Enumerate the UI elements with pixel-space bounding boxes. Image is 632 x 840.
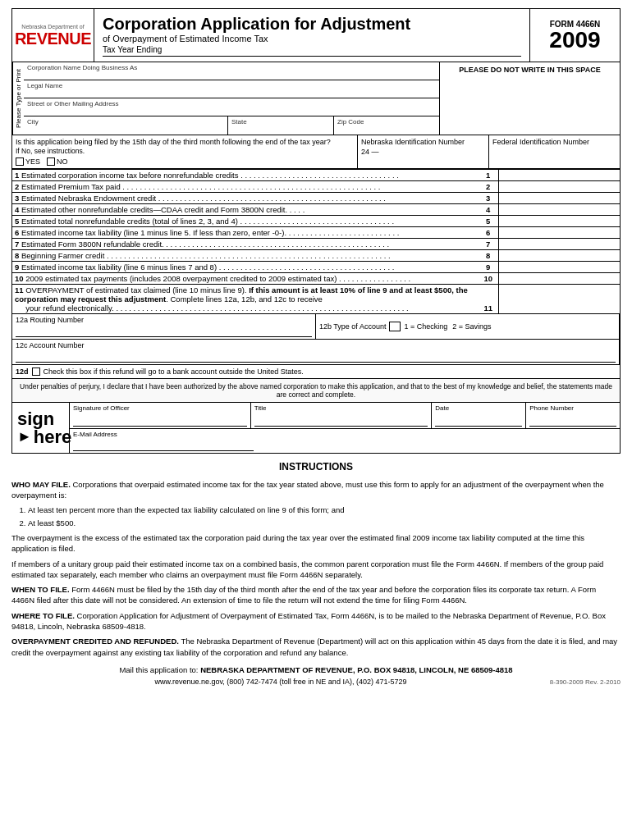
- street-label: Street or Other Mailing Address: [27, 100, 436, 107]
- line12d-row: 12d Check this box if this refund will g…: [11, 365, 621, 379]
- where-label: WHERE TO FILE.: [11, 611, 75, 620]
- phone-field[interactable]: Phone Number: [526, 403, 620, 428]
- yes-checkbox[interactable]: [16, 158, 24, 166]
- form-subtitle: of Overpayment of Estimated Income Tax: [103, 34, 521, 43]
- tax-year-label: Tax Year Ending: [103, 45, 521, 57]
- date-field[interactable]: Date: [432, 403, 526, 428]
- no-checkbox[interactable]: [47, 158, 55, 166]
- line6-num: 6: [479, 227, 499, 239]
- account-number-section: 12c Account Number: [12, 340, 620, 364]
- penalties-text: Under penalties of perjury, I declare th…: [11, 379, 621, 403]
- account-type-options: 1 = Checking 2 = Savings: [404, 322, 491, 331]
- account-type-section: 12b Type of Account 1 = Checking 2 = Sav…: [316, 314, 620, 339]
- lines-table: 1 Estimated corporation income tax befor…: [11, 169, 621, 314]
- line10-amount: [498, 273, 620, 285]
- signature-field[interactable]: Signature of Officer: [70, 403, 251, 428]
- instructions-title: INSTRUCTIONS: [11, 460, 621, 474]
- list-item: At least $500.: [28, 518, 621, 528]
- line10-desc: 10 2009 estimated tax payments (includes…: [12, 273, 479, 285]
- line1-amount: [498, 170, 620, 181]
- table-row: 8 Beginning Farmer credit . . . . . . . …: [12, 250, 621, 262]
- when-text: Form 4466N must be filed by the 15th day…: [11, 585, 596, 605]
- line1-desc: 1 Estimated corporation income tax befor…: [12, 170, 479, 181]
- instructions-section: INSTRUCTIONS WHO MAY FILE. Corporations …: [11, 460, 621, 687]
- who-may-file-label: WHO MAY FILE.: [11, 480, 71, 489]
- revision-text: 8-390-2009 Rev. 2-2010: [550, 678, 621, 687]
- mail-text: Mail this application to:: [119, 665, 200, 674]
- when-label: WHEN TO FILE.: [11, 585, 70, 594]
- line2-num: 2: [479, 181, 499, 193]
- line6-amount: [498, 227, 620, 239]
- line11-amount: [498, 285, 620, 314]
- table-row: 5 Estimated total nonrefundable credits …: [12, 216, 621, 227]
- who-may-file-para: WHO MAY FILE. Corporations that overpaid…: [11, 479, 621, 501]
- federal-id-label: Federal Identification Number: [492, 138, 616, 146]
- line3-num: 3: [479, 193, 499, 204]
- yes-checkbox-item[interactable]: YES: [16, 158, 40, 166]
- routing-input-area[interactable]: [16, 326, 312, 337]
- title-label: Title: [254, 404, 428, 412]
- line4-desc: 4 Estimated other nonrefundable credits—…: [12, 204, 479, 216]
- sign-arrow-icon: ►: [17, 428, 32, 445]
- no-checkbox-item[interactable]: NO: [47, 158, 68, 166]
- who-may-file-list: At least ten percent more than the expec…: [28, 504, 621, 528]
- line9-amount: [498, 262, 620, 273]
- side-print-label: Please Type or Print: [12, 62, 24, 135]
- sign-word: sign: [17, 410, 54, 428]
- who-may-file-text: Corporations that overpaid estimated inc…: [11, 480, 604, 500]
- line7-amount: [498, 239, 620, 250]
- email-input-area[interactable]: [73, 440, 254, 451]
- zip-label: Zip Code: [337, 118, 436, 126]
- sign-section: sign ► here Signature of Officer Title D…: [11, 403, 621, 454]
- if-no-text: If No, see instructions.: [16, 147, 354, 155]
- sign-fields: Signature of Officer Title Date Phone Nu…: [70, 403, 620, 453]
- line10-num: 10: [479, 273, 499, 285]
- form-year: 2009: [549, 29, 600, 52]
- table-row: 7 Estimated Form 3800N refundable credit…: [12, 239, 621, 250]
- table-row: 9 Estimated income tax liability (line 6…: [12, 262, 621, 273]
- line4-num: 4: [479, 204, 499, 216]
- line11-num: 11: [479, 285, 499, 314]
- line3-desc: 3 Estimated Nebraska Endowment credit . …: [12, 193, 479, 204]
- signature-row: Signature of Officer Title Date Phone Nu…: [70, 403, 620, 429]
- line8-num: 8: [479, 250, 499, 262]
- footer-mail: Mail this application to: NEBRASKA DEPAR…: [11, 664, 621, 675]
- savings-label: 2 = Savings: [452, 322, 491, 331]
- date-label: Date: [435, 404, 522, 412]
- account-number-row: 12c Account Number: [11, 340, 621, 365]
- line1-num: 1: [479, 170, 499, 181]
- footer-web: www.revenue.ne.gov, (800) 742-7474 (toll…: [11, 677, 621, 687]
- city-field: City: [24, 116, 228, 135]
- checking-label: 1 = Checking: [404, 322, 447, 331]
- do-not-write-section: PLEASE DO NOT WRITE IN THIS SPACE: [439, 62, 620, 135]
- line8-amount: [498, 250, 620, 262]
- line5-desc: 5 Estimated total nonrefundable credits …: [12, 216, 479, 227]
- line11-cont: your refund electronically. . . . . . . …: [12, 304, 479, 314]
- line7-desc: 7 Estimated Form 3800N refundable credit…: [12, 239, 479, 250]
- line9-num: 9: [479, 262, 499, 273]
- email-row: E-Mail Address: [70, 429, 620, 453]
- overpayment-para: OVERPAYMENT CREDITED AND REFUNDED. The N…: [11, 636, 621, 658]
- when-to-file-para: WHEN TO FILE. Form 4466N must be filed b…: [11, 584, 621, 606]
- line2-amount: [498, 181, 620, 193]
- title-field[interactable]: Title: [251, 403, 433, 428]
- line5-amount: [498, 216, 620, 227]
- zip-field: Zip Code: [334, 116, 439, 135]
- line12d-checkbox[interactable]: [32, 368, 40, 376]
- nebraska-id-section: Nebraska Identification Number 24 —: [357, 135, 488, 168]
- account-input-area[interactable]: [16, 351, 616, 363]
- line6-desc: 6 Estimated income tax liability (line 1…: [12, 227, 479, 239]
- table-row: 10 2009 estimated tax payments (includes…: [12, 273, 621, 285]
- account-type-box[interactable]: [389, 322, 401, 331]
- line5-num: 5: [479, 216, 499, 227]
- corp-name-label: Corporation Name Doing Business As: [27, 64, 436, 71]
- routing-number-section: 12a Routing Number: [12, 314, 316, 339]
- line7-num: 7: [479, 239, 499, 250]
- state-field: State: [228, 116, 334, 135]
- para2: If members of a unitary group paid their…: [11, 559, 621, 581]
- logo-section: Nebraska Department of REVENUE: [12, 9, 94, 62]
- here-word: here: [34, 428, 71, 446]
- line3-amount: [498, 193, 620, 204]
- table-row: 6 Estimated income tax liability (line 1…: [12, 227, 621, 239]
- sig-label: Signature of Officer: [73, 404, 247, 412]
